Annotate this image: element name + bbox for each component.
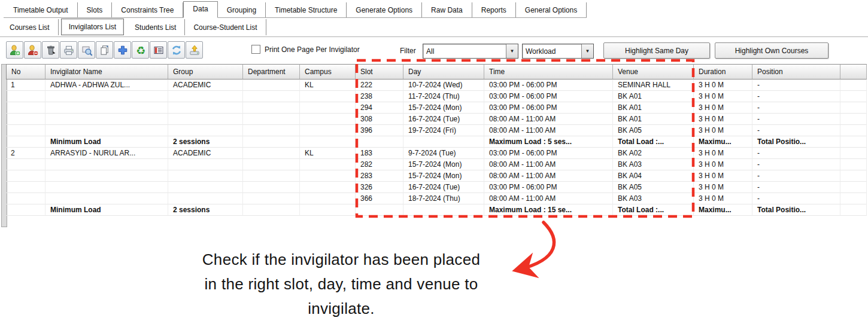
column-header-no[interactable]: No [6,64,45,80]
list-properties-icon [153,44,165,56]
cell-group: ACADEMIC [168,80,243,91]
session-row[interactable]: 39619-7-2024 (Fri)08:00 AM - 11:00 AMBK … [6,125,867,136]
tab-course-student-list[interactable]: Course-Student List [185,19,266,35]
cell-duration: 3 H 0 M [694,91,752,102]
cell-time: 08:00 AM - 11:00 AM [484,193,613,204]
properties-button[interactable] [150,41,167,59]
summary-row[interactable]: Minimum Load2 sessionsMaximum Load : 5 s… [6,136,867,148]
session-row[interactable]: 28315-7-2024 (Mon)08:00 AM - 11:00 AMBK … [6,170,867,182]
tab-timetable-structure[interactable]: Timetable Structure [266,2,347,17]
cell-total-position: Total Positio... [752,204,840,216]
cell-position: - [752,91,840,102]
summary-row[interactable]: Minimum Load2 sessionsMaximum Load : 15 … [6,204,867,216]
cell-position: - [752,182,840,193]
refresh-button[interactable] [168,41,185,59]
tab-students-list[interactable]: Students List [126,19,185,35]
view-combobox[interactable]: Workload ▼ [522,44,594,59]
cell-name: ADHWA - ADHWA ZUL... [45,80,168,91]
session-row[interactable]: 32616-7-2024 (Tue)03:00 PM - 06:00 PMBK … [6,182,867,193]
filter-label: Filter [400,47,416,55]
column-header-time[interactable]: Time [484,64,613,80]
cell-venue: BK A01 [613,102,694,114]
documents-button[interactable] [96,41,113,59]
cell-day: 11-7-2024 (Thu) [403,91,484,102]
tab-invigilators-list[interactable]: Invigilators List [61,19,124,35]
chevron-down-icon[interactable]: ▼ [581,44,593,58]
recycle-button[interactable]: ♻ [132,41,149,59]
cell-name: ARRASYID - NURUL AR... [45,148,168,159]
cell-position: - [752,125,840,136]
tab-slots[interactable]: Slots [78,2,113,17]
toolbar: ♻ Print One Page Per Invigilator Filter … [0,39,868,63]
session-row[interactable]: 36618-7-2024 (Thu)08:00 AM - 11:00 AMBK … [6,193,867,204]
cell-duration: 3 H 0 M [694,193,752,204]
cell-position: - [752,114,840,125]
session-row[interactable]: 2ARRASYID - NURUL AR...ACADEMICKL1839-7-… [6,148,867,159]
cell-duration: 3 H 0 M [694,102,752,114]
remove-invigilator-button[interactable] [24,41,41,59]
cell-day: 15-7-2024 (Mon) [403,102,484,114]
tab-data[interactable]: Data [183,1,217,18]
print-one-page-label[interactable]: Print One Page Per Invigilator [265,45,360,54]
print-button[interactable] [60,41,77,59]
annotation-line: Check if the invigilator has been placed [144,247,539,272]
column-header-day[interactable]: Day [403,64,484,80]
cell-day: 10-7-2024 (Wed) [403,80,484,91]
cell-total-position: Total Positio... [752,136,840,148]
tab-constraints-tree[interactable]: Constraints Tree [112,2,183,17]
tab-generate-options[interactable]: Generate Options [347,2,422,17]
print-one-page-option: Print One Page Per Invigilator [251,45,360,54]
tab-raw-data[interactable]: Raw Data [422,2,472,17]
session-row[interactable]: 23811-7-2024 (Thu)03:00 PM - 06:00 PMBK … [6,91,867,102]
column-header-invigilator-name[interactable]: Invigilator Name [45,64,168,80]
filter-combobox[interactable]: All ▼ [423,44,518,59]
tab-general-options[interactable]: General Options [516,2,587,17]
highlight-own-courses-button[interactable]: Highlight Own Courses [715,42,828,59]
export-button[interactable] [186,41,203,59]
column-header-campus[interactable]: Campus [300,64,356,80]
cell-venue: BK A04 [613,170,694,182]
column-header-group[interactable]: Group [168,64,243,80]
session-row[interactable]: 29415-7-2024 (Mon)03:00 PM - 06:00 PMBK … [6,102,867,114]
column-header-slot[interactable]: Slot [356,64,403,80]
column-header-department[interactable]: Department [243,64,300,80]
annotation-line: in the right slot, day, time and venue t… [144,272,539,297]
chevron-down-icon[interactable]: ▼ [506,44,518,58]
highlight-same-day-button[interactable]: Highlight Same Day [603,42,710,59]
annotation-line: invigilate. [144,297,539,321]
cell-duration: 3 H 0 M [694,170,752,182]
session-row[interactable]: 30816-7-2024 (Tue)08:00 AM - 11:00 AMBK … [6,114,867,125]
cell-duration: 3 H 0 M [694,148,752,159]
printer-icon [63,44,75,56]
print-preview-button[interactable] [78,41,95,59]
export-icon [189,44,201,56]
cell-time: 03:00 PM - 06:00 PM [484,182,613,193]
cell-campus: KL [300,148,356,159]
session-row[interactable]: 1ADHWA - ADHWA ZUL...ACADEMICKL22210-7-2… [6,80,867,91]
cell-maximum-duration: Maximu... [694,136,752,148]
cell-day: 9-7-2024 (Tue) [403,148,484,159]
tab-courses-list[interactable]: Courses List [1,19,59,35]
add-button[interactable] [114,41,131,59]
tab-grouping[interactable]: Grouping [218,2,266,17]
print-preview-icon [81,44,93,56]
cell-position: - [752,159,840,170]
cell-minimum-load-label: Minimum Load [45,136,168,148]
cell-time: 03:00 PM - 06:00 PM [484,80,613,91]
refresh-icon [171,44,183,56]
delete-button[interactable] [42,41,59,59]
trash-icon [45,44,57,56]
cell-total-load: Total Load :... [613,136,694,148]
add-invigilator-icon [9,44,21,56]
tab-timetable-output[interactable]: Timetable Output [4,2,78,17]
cell-duration: 3 H 0 M [694,182,752,193]
toolbar-button-group: ♻ [6,41,203,59]
column-header-duration[interactable]: Duration [694,64,752,80]
column-header-position[interactable]: Position [752,64,840,80]
tab-reports[interactable]: Reports [472,2,516,17]
print-one-page-checkbox[interactable] [251,45,260,54]
cell-day: 16-7-2024 (Tue) [403,182,484,193]
add-invigilator-button[interactable] [6,41,23,59]
column-header-venue[interactable]: Venue [613,64,694,80]
session-row[interactable]: 28215-7-2024 (Mon)08:00 AM - 11:00 AMBK … [6,159,867,170]
